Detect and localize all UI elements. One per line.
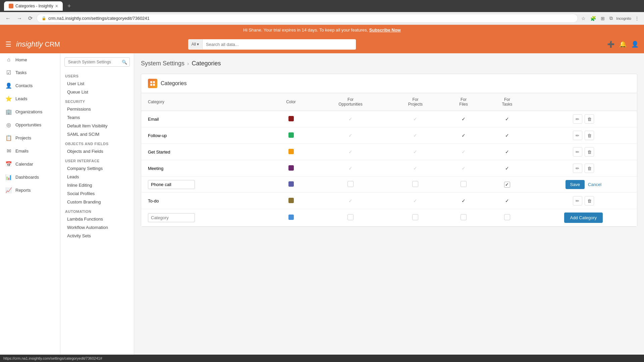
cancel-link-phonecall[interactable]: Cancel <box>588 182 601 187</box>
settings-search-wrapper: 🔍 <box>64 57 130 67</box>
sidebar-item-dashboards[interactable]: 📊 Dashboards <box>0 171 60 184</box>
sidebar-item-opportunities[interactable]: ◎ Opportunities <box>0 118 60 131</box>
categories-tbody: Email ✓ ✓ ✓ ✓ ✏ 🗑 <box>141 111 637 227</box>
add-icon[interactable]: ➕ <box>607 41 614 48</box>
back-button[interactable]: ← <box>3 14 13 23</box>
bookmark-icon[interactable]: ☆ <box>580 14 587 22</box>
settings-search-input[interactable] <box>64 57 130 67</box>
checkbox-new-tasks[interactable] <box>504 214 510 220</box>
settings-link-queue-list[interactable]: Queue List <box>60 88 134 96</box>
breadcrumb: System Settings › Categories <box>141 60 637 67</box>
sidebar-item-organizations[interactable]: 🏢 Organizations <box>0 105 60 118</box>
sidebar-item-tasks[interactable]: ☑ Tasks <box>0 66 60 79</box>
checkbox-opp-phonecall[interactable] <box>347 181 354 187</box>
search-all-button[interactable]: All ▾ <box>188 39 203 49</box>
delete-button-getstarted[interactable]: 🗑 <box>585 147 594 157</box>
app-header: ☰ insightly CRM All ▾ ➕ 🔔 👤 <box>0 35 644 53</box>
checkbox-new-opp[interactable] <box>347 214 354 220</box>
edit-button-meeting[interactable]: ✏ <box>573 164 582 173</box>
sidebar-item-calendar[interactable]: 📅 Calendar <box>0 158 60 171</box>
checkbox-new-proj[interactable] <box>412 214 418 220</box>
user-avatar[interactable]: 👤 <box>631 41 639 48</box>
edit-button-followup[interactable]: ✏ <box>573 131 582 140</box>
tab-favicon <box>9 4 13 8</box>
breadcrumb-parent[interactable]: System Settings <box>141 60 184 67</box>
cell-new-tasks[interactable] <box>484 209 530 227</box>
cell-new-actions: Add Category <box>530 209 637 227</box>
save-button-phonecall[interactable]: Save <box>566 180 585 189</box>
sidebar-item-contacts[interactable]: 👤 Contacts <box>0 79 60 92</box>
settings-link-user-list[interactable]: User List <box>60 79 134 88</box>
settings-link-workflow-automation[interactable]: Workflow Automation <box>60 223 134 232</box>
settings-section-security: SECURITY <box>60 96 134 105</box>
address-bar[interactable]: 🔒 crm.na1.insightly.com/settings/categor… <box>37 14 578 23</box>
settings-link-saml-scim[interactable]: SAML and SCIM <box>60 130 134 138</box>
settings-link-default-item-visibility[interactable]: Default Item Visibility <box>60 122 134 130</box>
sidebar-label-home: Home <box>15 57 27 62</box>
cell-proj-meeting: ✓ <box>388 160 443 177</box>
edit-button-getstarted[interactable]: ✏ <box>573 147 582 157</box>
table-row-editing: ✓ Save Cancel <box>141 177 637 193</box>
sidebar-item-leads[interactable]: ⭐ Leads <box>0 92 60 105</box>
subscribe-link[interactable]: Subscribe Now <box>369 27 401 33</box>
browser-tab[interactable]: Categories - Insightly × <box>4 1 63 11</box>
tab-close-button[interactable]: × <box>55 3 58 9</box>
settings-link-permissions[interactable]: Permissions <box>60 105 134 113</box>
cell-opp-phonecall[interactable] <box>313 177 388 193</box>
cell-color-email <box>269 111 313 127</box>
cell-new-files[interactable] <box>443 209 484 227</box>
add-category-button[interactable]: Add Category <box>564 213 603 223</box>
delete-button-followup[interactable]: 🗑 <box>585 131 594 140</box>
sidebar-item-reports[interactable]: 📈 Reports <box>0 184 60 197</box>
color-swatch-email <box>288 116 294 121</box>
settings-link-lambda-functions[interactable]: Lambda Functions <box>60 215 134 223</box>
search-input[interactable] <box>203 39 356 50</box>
sidebar-label-organizations: Organizations <box>15 109 42 114</box>
cell-files-todo: ✓ <box>443 193 484 209</box>
notifications-icon[interactable]: 🔔 <box>619 41 627 48</box>
sidebar-item-projects[interactable]: 📋 Projects <box>0 131 60 144</box>
cell-proj-phonecall[interactable] <box>388 177 443 193</box>
hamburger-menu[interactable]: ☰ <box>5 40 11 48</box>
menu-icon[interactable]: ⋮ <box>633 14 641 22</box>
edit-button-todo[interactable]: ✏ <box>573 196 582 205</box>
settings-link-inline-editing[interactable]: Inline Editing <box>60 181 134 189</box>
checkbox-new-files[interactable] <box>461 214 467 220</box>
browser-nav-icons: ☆ 🧩 ⊞ ⧉ Incognito ⋮ <box>580 14 641 22</box>
checkbox-files-phonecall[interactable] <box>461 181 467 187</box>
sidebar-item-emails[interactable]: ✉ Emails <box>0 144 60 158</box>
cell-name-getstarted: Get Started <box>141 144 269 160</box>
cell-new-proj[interactable] <box>388 209 443 227</box>
checkbox-proj-phonecall[interactable] <box>412 181 418 187</box>
extension-icon[interactable]: 🧩 <box>589 14 597 22</box>
settings-link-activity-sets[interactable]: Activity Sets <box>60 232 134 240</box>
settings-link-objects-and-fields[interactable]: Objects and Fields <box>60 147 134 156</box>
new-category-input[interactable] <box>148 213 195 222</box>
forward-button[interactable]: → <box>15 14 24 23</box>
browser-profile-icon[interactable]: ⊞ <box>599 14 606 22</box>
settings-link-teams[interactable]: Teams <box>60 113 134 122</box>
settings-link-leads[interactable]: Leads <box>60 173 134 181</box>
check-light-icon: ✓ <box>462 166 466 171</box>
settings-link-custom-branding[interactable]: Custom Branding <box>60 198 134 206</box>
main-layout: ⌂ Home ☑ Tasks 👤 Contacts ⭐ Leads 🏢 Orga… <box>0 53 644 360</box>
col-header-opportunities: ForOpportunities <box>313 93 388 111</box>
cell-new-opp[interactable] <box>313 209 388 227</box>
color-swatch-meeting <box>288 165 294 171</box>
edit-button-email[interactable]: ✏ <box>573 114 582 124</box>
settings-link-social-profiles[interactable]: Social Profiles <box>60 189 134 198</box>
window-icon[interactable]: ⧉ <box>608 14 614 22</box>
cell-tasks-todo: ✓ <box>484 193 530 209</box>
delete-button-email[interactable]: 🗑 <box>585 114 594 124</box>
cell-opp-followup: ✓ <box>313 127 388 144</box>
refresh-button[interactable]: ⟳ <box>26 14 35 23</box>
sidebar-item-home[interactable]: ⌂ Home <box>0 53 60 66</box>
delete-button-todo[interactable]: 🗑 <box>585 196 594 205</box>
new-tab-button[interactable]: + <box>65 3 73 10</box>
cell-files-phonecall[interactable] <box>443 177 484 193</box>
checkbox-tasks-checked-phonecall[interactable]: ✓ <box>504 182 510 188</box>
check-light-icon: ✓ <box>348 149 353 155</box>
settings-link-company-settings[interactable]: Company Settings <box>60 164 134 173</box>
edit-name-input-phonecall[interactable] <box>148 180 195 189</box>
delete-button-meeting[interactable]: 🗑 <box>585 164 594 173</box>
